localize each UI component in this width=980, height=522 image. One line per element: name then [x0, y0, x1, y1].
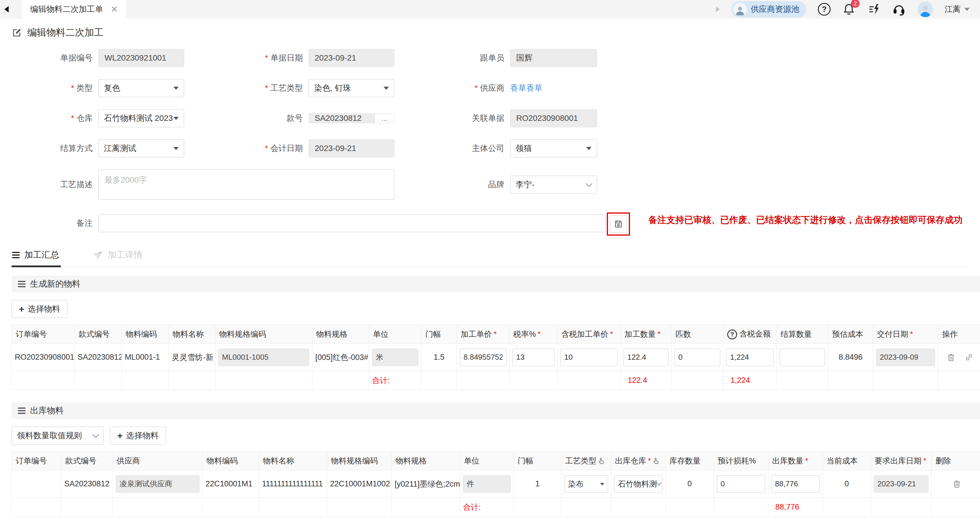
t1-unit-input [372, 349, 418, 366]
t1-rolls-cell [672, 344, 724, 371]
t2-h-style-no: 款式编号 [61, 451, 113, 470]
user-menu[interactable]: 江蓠 [945, 4, 970, 15]
t2-out-warehouse-cell: 石竹物料测 [611, 470, 666, 498]
chevron-down-icon [656, 480, 662, 486]
brand-select[interactable]: 李宁- [510, 176, 597, 194]
notification-badge: 2 [851, 0, 859, 8]
t1-settle-qty-input[interactable] [780, 349, 825, 366]
hand-pointer-icon[interactable] [597, 457, 605, 465]
settlement-select[interactable]: 江蓠测试 [99, 139, 184, 157]
outbound-controls: 领料数量取值规则 + 选择物料 [11, 427, 969, 445]
active-tab[interactable]: 编辑物料二次加工单 [22, 0, 126, 19]
delete-icon[interactable] [952, 479, 961, 488]
headset-icon [892, 2, 906, 16]
warehouse-select[interactable]: 石竹物料测试 2023 [99, 109, 184, 127]
t1-tax-rate-cell [509, 344, 558, 371]
t2-req-out-date-cell [871, 470, 932, 498]
craft-type-select[interactable]: 染色, 钉珠 [309, 79, 394, 97]
caret-down-icon [600, 483, 604, 487]
t2-supplier-cell [113, 470, 203, 498]
chevron-down-icon [92, 431, 99, 438]
t1-h-qty: 加工数量* [621, 325, 672, 344]
related-doc-label: 关联单据 [394, 113, 510, 124]
caret-down-icon [383, 87, 389, 93]
list-icon [12, 252, 20, 258]
topbar: 编辑物料二次加工单 供应商资源池 ? 2 [0, 0, 980, 19]
user-avatar[interactable] [918, 2, 933, 17]
t2-material-name: 1111111111111111 [259, 470, 327, 498]
tab-scroll-left-button[interactable] [0, 6, 13, 13]
t2-cur-cost: 0 [823, 470, 871, 498]
doc-no-label: 单据编号 [11, 53, 99, 64]
t2-out-qty-input[interactable] [771, 475, 819, 493]
page-title: 编辑物料二次加工 [27, 26, 103, 39]
t1-qty-input[interactable] [624, 349, 668, 366]
supplier-pool-avatar-icon [733, 3, 747, 16]
t1-tax-amount-input[interactable] [726, 349, 773, 366]
tab-processing-summary[interactable]: 加工汇总 [12, 249, 59, 267]
t2-est-loss-input[interactable] [717, 475, 765, 493]
remark-label: 备注 [11, 212, 99, 234]
t2-header-row: 订单编号 款式编号 供应商 物料编码 物料名称 物料规格编码 物料规格 单位 门… [12, 451, 980, 470]
craft-desc-label: 工艺描述 [11, 179, 99, 190]
help-icon[interactable]: ? [818, 3, 830, 16]
t1-settle-qty-cell [777, 344, 828, 371]
t1-h-settle-qty: 结算数量 [777, 325, 828, 344]
t2-stock-qty: 0 [666, 470, 714, 498]
paper-plane-icon [93, 250, 103, 260]
t2-h-material-code: 物料编码 [203, 451, 259, 470]
main-company-select[interactable]: 领猫 [510, 139, 597, 157]
select-material-button[interactable]: + 选择物料 [11, 300, 67, 318]
quick-actions-button[interactable] [867, 3, 880, 16]
t2-h-order-no: 订单编号 [12, 451, 61, 470]
t1-tax-rate-input[interactable] [512, 349, 554, 366]
t2-out-warehouse-select[interactable]: 石竹物料测 [614, 475, 662, 493]
link-icon[interactable] [964, 353, 974, 362]
t2-spec-code: 22C10001M1002 [327, 470, 392, 498]
t1-h-material-name: 物料名称 [169, 325, 215, 344]
t2-craft-type-select[interactable]: 染布 [564, 475, 608, 493]
pick-qty-rule-select[interactable]: 领料数量取值规则 [11, 427, 103, 445]
section-outbound-material: 出库物料 [11, 402, 980, 419]
tab-processing-detail[interactable]: 加工详情 [93, 249, 142, 267]
t1-est-cost: 8.8496 [828, 344, 873, 371]
info-icon[interactable]: ? [727, 330, 737, 339]
supplier-link[interactable]: 香草香草 [510, 83, 542, 94]
t1-order-no: RO20230908001 [12, 344, 75, 371]
page-header: 编辑物料二次加工 [11, 26, 969, 39]
remark-save-button[interactable] [610, 216, 627, 233]
t2-supplier-input [116, 475, 199, 493]
type-select[interactable]: 复色 [99, 79, 184, 97]
outbound-material-table: 订单编号 款式编号 供应商 物料编码 物料名称 物料规格编码 物料规格 单位 门… [11, 451, 980, 517]
t1-style-no: SA20230812 [75, 344, 122, 371]
support-button[interactable] [892, 2, 906, 16]
t2-spec: [y0211]墨绿色;2cm [392, 470, 460, 498]
t1-h-material-code: 物料编码 [122, 325, 169, 344]
accounting-date-label: *会计日期 [184, 143, 309, 154]
tab-close-icon[interactable] [111, 5, 118, 14]
t2-fabric-width: 1 [514, 470, 562, 498]
delete-icon[interactable] [947, 353, 956, 362]
t1-spec-code-input [218, 349, 309, 366]
t2-h-spec: 物料规格 [392, 451, 460, 470]
t1-rolls-input[interactable] [675, 349, 720, 366]
craft-desc-textarea[interactable] [99, 169, 394, 200]
style-no-more-button[interactable]: ... [375, 113, 394, 123]
supplier-field: 香草香草 [510, 79, 597, 97]
supplier-pool-button[interactable]: 供应商资源池 [731, 1, 806, 18]
t1-tax-unit-price-input[interactable] [560, 349, 617, 366]
chevron-right-icon[interactable] [716, 6, 720, 12]
t1-h-delivery-date: 交付日期* [873, 325, 938, 344]
style-no-field: SA20230812 ... [309, 109, 394, 127]
detail-tabs: 加工汇总 加工详情 [11, 249, 969, 267]
remark-input[interactable] [99, 214, 606, 232]
notifications-button[interactable]: 2 [842, 3, 856, 16]
t1-unit-price-input[interactable] [460, 349, 506, 366]
hand-pointer-icon[interactable] [652, 457, 660, 465]
t2-est-loss-cell [714, 470, 768, 498]
t1-h-spec-code: 物料规格编码 [215, 325, 312, 344]
t1-h-actions: 操作 [938, 325, 980, 344]
t1-h-fabric-width: 门幅 [422, 325, 457, 344]
select-outbound-material-button[interactable]: + 选择物料 [110, 427, 166, 445]
doc-date-field: 2023-09-21 [309, 49, 394, 67]
